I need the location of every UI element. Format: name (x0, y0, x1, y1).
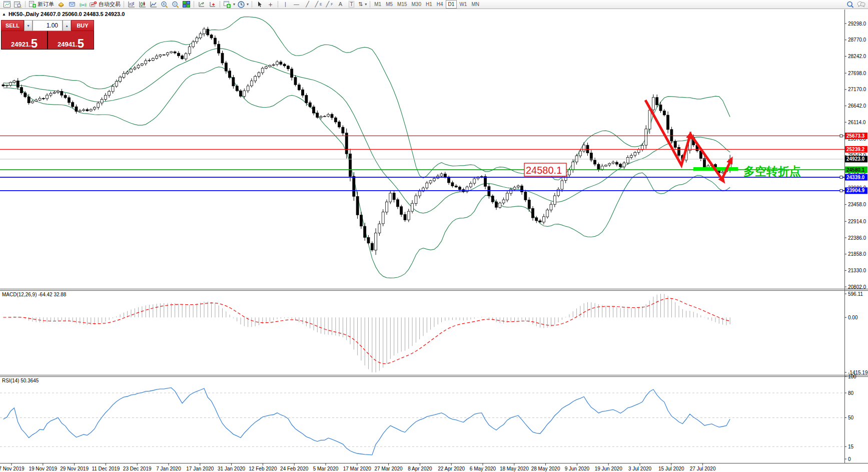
one-click-trade-panel: SELL ▼ 1.00 ▲ BUY 24921.5 24941.5 (1, 20, 94, 50)
bar-chart-icon[interactable] (126, 1, 137, 9)
toolbar-separator (124, 1, 124, 8)
new-order-label: 新订单 (38, 1, 54, 8)
timeframe-d1-button[interactable]: D1 (446, 0, 457, 9)
time-scale[interactable] (0, 463, 844, 472)
cursor-icon[interactable] (254, 1, 265, 9)
line-handle (840, 189, 842, 192)
timeframe-m30-button[interactable]: M30 (410, 1, 423, 8)
text-label-tool-icon[interactable]: T (346, 1, 357, 9)
trading-terminal-window: 新订单 自动交易 (0, 0, 868, 472)
auto-trading-label: 自动交易 (99, 1, 121, 8)
toolbar-separator (252, 1, 252, 8)
buy-price-main: 24941. (58, 41, 78, 48)
new-chart-button[interactable]: ▾ (222, 1, 236, 9)
line-chart-icon[interactable] (148, 1, 159, 9)
zoom-out-icon[interactable] (170, 1, 181, 9)
chevron-down-icon: ▾ (247, 2, 249, 7)
timeframe-h4-button[interactable]: H4 (435, 1, 445, 8)
volume-input[interactable]: 1.00 (33, 20, 63, 31)
toolbar-separator (25, 1, 26, 8)
trade-panel-toggle-icon[interactable]: ▲ (2, 12, 6, 17)
price-scale[interactable] (845, 10, 868, 463)
line-handle (840, 135, 842, 137)
sell-price-pips: 5 (31, 39, 38, 48)
auto-trading-button[interactable]: 自动交易 (89, 1, 122, 9)
toolbar: 新订单 自动交易 (0, 0, 868, 9)
depth-of-market-icon[interactable] (56, 1, 66, 9)
tile-windows-icon[interactable] (181, 1, 192, 9)
chevron-down-icon: ▾ (365, 2, 367, 7)
metaeditor-icon[interactable] (67, 1, 77, 9)
text-tool-icon[interactable]: A (335, 1, 346, 9)
search-icon[interactable] (845, 1, 855, 9)
trendline-tool-icon[interactable]: ╱ (302, 1, 313, 9)
symbol-ohlc-info: ▲ HK50-,Daily 24607.0 25060.0 24483.5 24… (2, 11, 125, 17)
arrows-tool-icon[interactable]: ⇅▾ (357, 1, 368, 9)
indicators-icon[interactable] (196, 1, 207, 9)
horizontal-line-tool-icon[interactable]: — (291, 1, 302, 9)
toolbar-separator (370, 1, 370, 8)
line-handle (840, 176, 842, 179)
volume-increase-button[interactable]: ▲ (63, 20, 71, 31)
timeframe-mn-button[interactable]: MN (469, 1, 481, 8)
market-watch-icon[interactable] (13, 1, 23, 9)
symbol-ohlc-text: HK50-,Daily 24607.0 25060.0 24483.5 2492… (9, 11, 125, 17)
equidistant-channel-tool-icon[interactable]: ╱E (313, 1, 324, 9)
buy-price-pips: 5 (78, 39, 84, 48)
sell-price-display[interactable]: 24921.5 (2, 31, 48, 49)
candlestick-chart-icon[interactable] (137, 1, 148, 9)
buy-price-display[interactable]: 24941.5 (48, 31, 94, 49)
chart-window-icon[interactable] (2, 1, 12, 9)
toolbar-separator (194, 1, 194, 8)
timeframe-m15-button[interactable]: M15 (395, 1, 409, 8)
zoom-in-icon[interactable] (159, 1, 170, 9)
timeframe-w1-button[interactable]: W1 (457, 1, 469, 8)
objects-icon[interactable] (207, 1, 218, 9)
timeframe-m1-button[interactable]: M1 (372, 1, 383, 8)
toolbar-separator (220, 1, 220, 8)
price-callout-text: 24580.1 (526, 165, 562, 176)
chart-canvas[interactable]: 24580.1多空转折点29298.028770.028242.027698.0… (0, 0, 868, 472)
chat-icon[interactable] (856, 1, 866, 9)
toolbar-separator (278, 1, 278, 8)
rsi-indicator-label: RSI(14) 50.3645 (2, 378, 39, 383)
timeframe-m5-button[interactable]: M5 (384, 1, 395, 8)
vertical-line-tool-icon[interactable]: | (280, 1, 291, 9)
periodicity-clock-icon[interactable]: ▾ (237, 1, 250, 9)
sell-button[interactable]: SELL (1, 20, 24, 31)
sell-price-main: 24921. (11, 41, 31, 48)
signals-icon[interactable] (78, 1, 88, 9)
crosshair-icon[interactable]: + (265, 1, 276, 9)
timeframe-h1-button[interactable]: H1 (424, 1, 434, 8)
volume-decrease-button[interactable]: ▼ (24, 20, 33, 31)
chevron-down-icon: ▾ (233, 2, 235, 7)
new-order-button[interactable]: 新订单 (28, 1, 55, 9)
macd-indicator-label: MACD(12,26,9) -64.42 32.88 (2, 292, 66, 297)
fibonacci-tool-icon[interactable]: ╱F (324, 1, 335, 9)
buy-button[interactable]: BUY (71, 20, 94, 31)
turning-point-note: 多空转折点 (743, 165, 801, 178)
